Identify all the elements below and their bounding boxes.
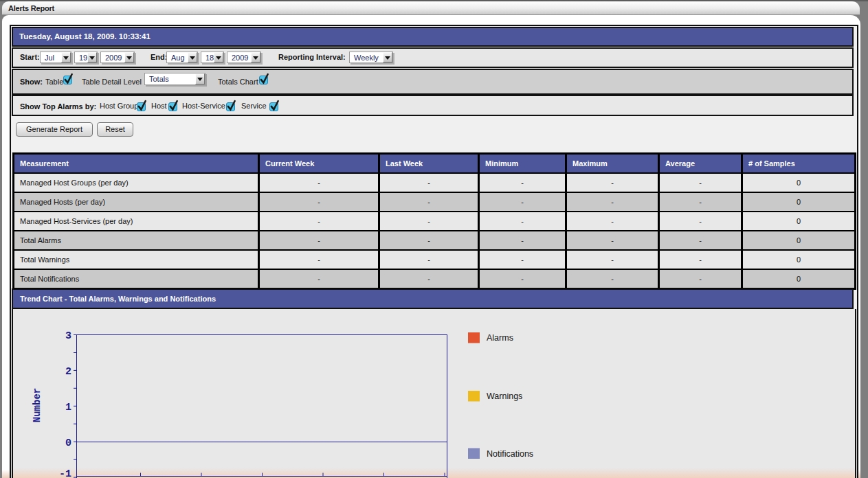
- svg-text:1: 1: [65, 402, 71, 413]
- svg-text:Notifications: Notifications: [487, 449, 533, 459]
- svg-text:Warnings: Warnings: [487, 391, 522, 401]
- svg-text:Number: Number: [32, 388, 43, 422]
- svg-text:3: 3: [65, 330, 71, 342]
- svg-text:0: 0: [65, 437, 71, 449]
- svg-text:-1: -1: [59, 468, 71, 478]
- svg-text:Alarms: Alarms: [487, 333, 513, 343]
- svg-text:2: 2: [65, 366, 71, 378]
